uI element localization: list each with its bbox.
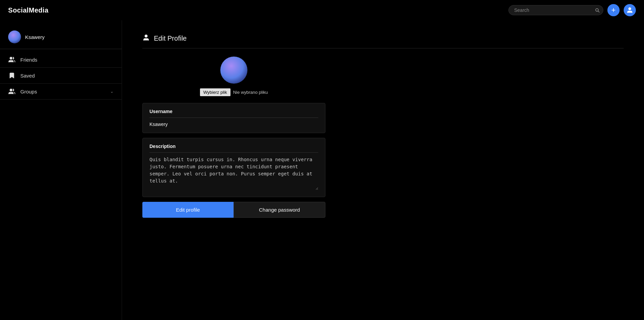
app-logo: SocialMedia [8,6,48,14]
sidebar-saved-label: Saved [20,73,35,79]
username-separator [149,118,318,118]
header: SocialMedia + [0,0,644,20]
avatar-section: Wybierz plik Nie wybrano pliku [142,57,325,96]
profile-avatar [220,57,247,84]
username-label: Username [149,109,318,114]
buttons-row: Edit profile Change password [142,202,325,218]
header-right: + [508,4,636,16]
search-icon [595,7,600,13]
sidebar-item-friends[interactable]: Friends [0,52,122,68]
description-textarea[interactable] [149,156,318,190]
sidebar-nav: Friends Saved [0,52,122,100]
edit-profile-container: Wybierz plik Nie wybrano pliku Username … [142,57,325,218]
edit-profile-icon [142,34,150,43]
file-input-row: Wybierz plik Nie wybrano pliku [200,88,268,96]
chevron-down-icon: ⌄ [110,89,114,94]
description-label: Description [149,144,318,149]
add-button[interactable]: + [607,4,620,16]
no-file-label: Nie wybrano pliku [233,90,268,95]
sidebar-item-groups[interactable]: Groups ⌄ [0,84,122,100]
svg-point-2 [10,89,12,91]
choose-file-button[interactable]: Wybierz plik [200,88,230,96]
description-section: Description [142,138,325,197]
svg-point-3 [145,35,147,37]
page-header: Edit Profile [142,34,624,48]
change-password-button[interactable]: Change password [234,202,325,218]
description-separator [149,152,318,153]
username-input[interactable] [149,122,318,127]
groups-icon [8,88,16,95]
main-content: Edit Profile Wybierz plik Nie wybrano pl… [122,20,644,320]
sidebar-friends-label: Friends [20,57,37,63]
search-input[interactable] [508,5,603,15]
edit-profile-button[interactable]: Edit profile [142,202,234,218]
svg-point-1 [10,57,12,60]
sidebar-user-name: Ksawery [25,34,45,40]
search-container [508,5,603,15]
friends-icon [8,56,16,63]
user-icon [626,7,633,14]
saved-icon [8,72,16,79]
sidebar-user-avatar [8,30,21,43]
sidebar-user-item[interactable]: Ksawery [0,27,122,49]
svg-point-0 [629,8,631,10]
main-layout: Ksawery Friends [0,20,644,320]
sidebar-item-saved[interactable]: Saved [0,68,122,84]
sidebar-groups-label: Groups [20,89,37,94]
username-section: Username [142,103,325,133]
page-title: Edit Profile [154,35,187,42]
sidebar: Ksawery Friends [0,20,122,320]
header-avatar[interactable] [624,4,636,16]
search-icon-button[interactable] [595,7,600,13]
